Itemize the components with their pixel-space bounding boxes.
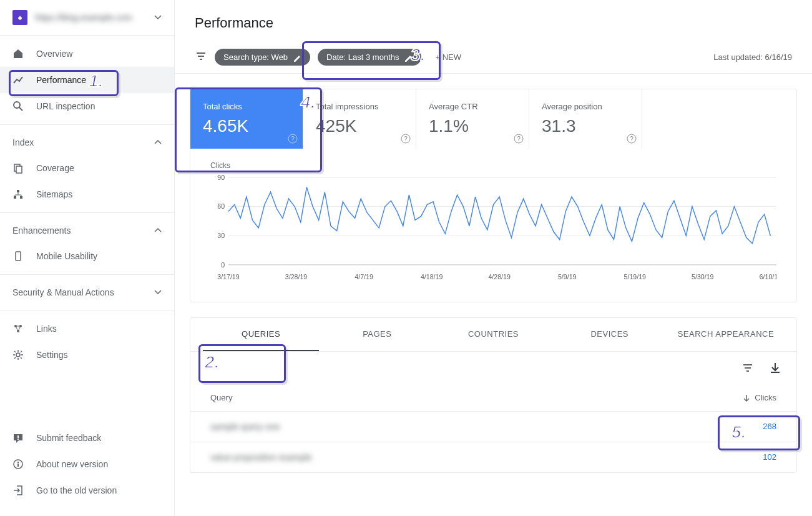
svg-text:5/19/19: 5/19/19 [624,273,646,280]
feedback-icon [12,432,24,444]
last-updated: Last updated: 6/16/19 [713,52,792,62]
help-icon: ? [401,134,411,144]
download-icon[interactable] [769,362,781,374]
go-to-old-version[interactable]: Go to the old version [0,477,174,504]
sidebar-item-links[interactable]: Links [0,315,174,342]
svg-rect-4 [14,196,16,199]
sidebar-item-performance[interactable]: Performance [0,67,174,93]
svg-rect-2 [16,166,22,173]
date-chip[interactable]: Date: Last 3 months [318,49,421,66]
sidebar-item-settings[interactable]: Settings [0,342,174,368]
search-icon [12,101,24,112]
sidebar-item-label: URL inspection [36,101,95,111]
property-logo: ◆ [12,10,27,25]
svg-rect-15 [17,464,19,467]
sidebar-item-url-inspection[interactable]: URL inspection [0,93,174,119]
sidebar-item-label: Overview [36,49,72,59]
sidebar-item-overview[interactable]: Overview [0,41,174,67]
links-icon [12,323,24,334]
sidebar-item-label: Performance [36,75,86,85]
svg-text:5/30/19: 5/30/19 [692,273,713,280]
sidebar-item-coverage[interactable]: Coverage [0,155,174,181]
mobile-icon [12,251,24,262]
chevron-up-icon [154,139,162,146]
clicks-chart: 03060903/17/193/28/194/7/194/18/194/28/1… [210,172,776,285]
sidebar-item-sitemaps[interactable]: Sitemaps [0,181,174,207]
info-icon [12,459,24,470]
svg-point-0 [14,102,20,108]
filter-bar: Search type: Web Date: Last 3 months + N… [175,41,812,74]
chevron-up-icon [154,227,162,234]
svg-rect-6 [16,252,21,260]
search-type-chip[interactable]: Search type: Web [215,49,310,66]
table-row[interactable]: sample query one268 [190,411,796,442]
exit-icon [12,485,24,496]
add-filter-button[interactable]: + NEW [429,49,467,66]
about-new-version[interactable]: About new version [0,451,174,477]
arrow-down-icon [742,394,751,402]
svg-rect-3 [17,190,19,192]
svg-rect-5 [20,196,22,199]
svg-text:6/10/19: 6/10/19 [760,273,776,280]
filter-icon[interactable] [741,362,754,374]
svg-rect-12 [17,435,19,438]
sitemap-icon [12,189,24,200]
svg-text:0: 0 [221,261,225,269]
svg-point-10 [16,353,20,357]
svg-text:4/18/19: 4/18/19 [421,273,443,280]
page-title: Performance [175,0,812,41]
svg-text:?: ? [517,136,521,142]
property-name: https://blog.example.com [35,12,147,22]
table-row[interactable]: value proposition example102 [190,442,796,472]
svg-text:30: 30 [217,232,225,239]
svg-text:?: ? [630,136,633,142]
tab-countries[interactable]: COUNTRIES [435,318,551,351]
tab-queries[interactable]: QUERIES [203,318,319,351]
home-icon [12,48,24,59]
filter-icon[interactable] [195,50,207,64]
svg-rect-13 [17,439,19,440]
property-selector[interactable]: ◆ https://blog.example.com [0,0,174,35]
chart-y-title: Clicks [210,161,776,170]
clicks-column-header[interactable]: Clicks [742,393,776,402]
tab-devices[interactable]: DEVICES [552,318,668,351]
metric-average-ctr[interactable]: Average CTR1.1%? [416,89,529,149]
chevron-down-icon [154,289,162,296]
pencil-icon [293,53,301,62]
tab-search-appearance[interactable]: SEARCH APPEARANCE [668,318,784,351]
help-icon: ? [288,134,298,144]
chart-line-icon [12,74,24,86]
svg-text:4/28/19: 4/28/19 [488,273,510,280]
svg-text:?: ? [291,136,295,142]
svg-text:3/28/19: 3/28/19 [285,273,307,280]
svg-text:60: 60 [217,202,225,210]
copy-icon [12,162,24,174]
svg-text:4/7/19: 4/7/19 [355,273,373,280]
tab-pages[interactable]: PAGES [319,318,435,351]
help-icon: ? [627,134,637,144]
svg-text:90: 90 [217,174,225,181]
svg-text:?: ? [404,136,408,142]
metric-average-position[interactable]: Average position31.3? [529,89,642,149]
query-column-header: Query [210,393,232,402]
nav-section-enhancements[interactable]: Enhancements [0,218,174,243]
svg-text:5/9/19: 5/9/19 [558,273,577,280]
nav-section-security[interactable]: Security & Manual Actions [0,280,174,305]
svg-rect-16 [17,462,19,463]
svg-text:3/17/19: 3/17/19 [217,273,239,280]
sidebar-item-mobile-usability[interactable]: Mobile Usability [0,243,174,269]
metric-total-impressions[interactable]: Total impressions425K? [303,89,416,149]
metric-total-clicks[interactable]: Total clicks4.65K? [190,89,303,149]
help-icon: ? [514,134,524,144]
submit-feedback[interactable]: Submit feedback [0,425,174,451]
chevron-down-icon [154,14,162,21]
nav-section-index[interactable]: Index [0,130,174,155]
gear-icon [12,349,24,360]
